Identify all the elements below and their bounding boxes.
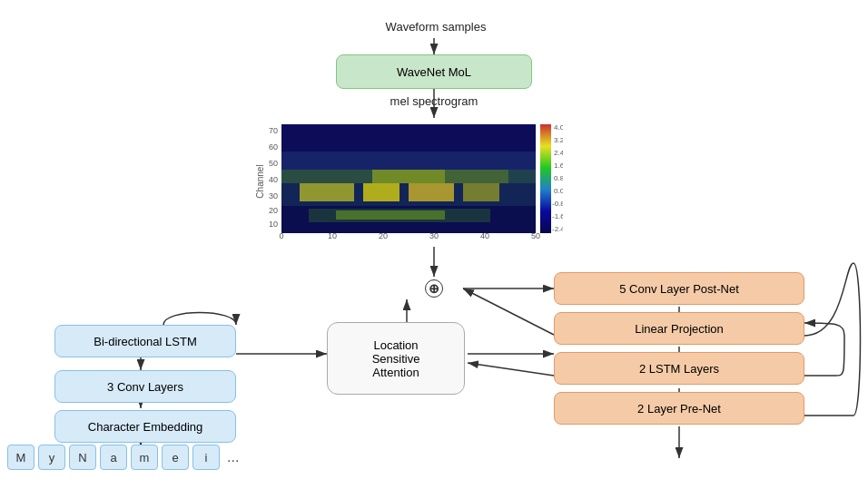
svg-text:Channel: Channel: [255, 164, 265, 198]
svg-text:0.8: 0.8: [554, 174, 563, 182]
char-m: m: [131, 445, 158, 470]
svg-rect-29: [281, 170, 372, 183]
svg-text:-2.4: -2.4: [552, 225, 563, 233]
char-i: i: [192, 445, 220, 470]
svg-text:40: 40: [269, 175, 278, 184]
ellipsis: ...: [227, 449, 239, 465]
svg-rect-36: [409, 183, 454, 201]
char-e: e: [162, 445, 189, 470]
svg-text:0: 0: [279, 231, 283, 240]
svg-rect-30: [372, 170, 445, 183]
mel-label: mel spectrogram: [336, 94, 532, 108]
svg-rect-34: [300, 183, 354, 201]
svg-line-17: [463, 289, 554, 335]
char-a: a: [100, 445, 127, 470]
svg-text:60: 60: [269, 142, 278, 152]
svg-text:-0.8: -0.8: [552, 200, 563, 208]
svg-text:20: 20: [269, 206, 278, 215]
prenet-box: 2 Layer Pre-Net: [554, 392, 804, 425]
spectrogram-svg: Channel 70 60 50 40 30 20 10: [254, 122, 563, 240]
architecture-diagram: Waveform samples WaveNet MoL mel spectro…: [0, 0, 868, 489]
conv3-box: 3 Conv Layers: [54, 370, 236, 403]
wavenet-box: WaveNet MoL: [336, 54, 532, 89]
char-M: M: [7, 445, 35, 470]
bilstm-box: Bi-directional LSTM: [54, 325, 236, 357]
svg-rect-35: [363, 183, 399, 201]
svg-rect-40: [336, 210, 445, 220]
svg-text:2.4: 2.4: [554, 149, 563, 157]
svg-rect-41: [540, 124, 551, 233]
svg-text:0.0: 0.0: [554, 187, 563, 195]
svg-text:30: 30: [429, 231, 439, 240]
char-emb-box: Character Embedding: [54, 410, 236, 443]
svg-rect-31: [445, 170, 508, 183]
svg-line-10: [468, 363, 554, 376]
svg-rect-32: [508, 170, 536, 183]
waveform-label: Waveform samples: [345, 20, 527, 34]
svg-text:20: 20: [379, 231, 388, 240]
svg-text:1.6: 1.6: [554, 161, 563, 170]
linear-proj-box: Linear Projection: [554, 312, 804, 345]
svg-text:3.2: 3.2: [554, 136, 563, 144]
attention-box: Location Sensitive Attention: [327, 322, 465, 395]
svg-text:10: 10: [328, 231, 337, 240]
char-N: N: [69, 445, 96, 470]
lstm2-box: 2 LSTM Layers: [554, 352, 804, 385]
char-boxes: M y N a m e i ...: [7, 445, 239, 470]
svg-text:50: 50: [269, 159, 278, 168]
svg-text:50: 50: [531, 231, 540, 240]
svg-text:70: 70: [269, 126, 278, 135]
svg-text:4.0: 4.0: [554, 123, 563, 132]
svg-rect-28: [281, 152, 536, 170]
char-y: y: [38, 445, 65, 470]
svg-rect-27: [281, 124, 536, 152]
svg-text:10: 10: [269, 220, 278, 229]
svg-text:40: 40: [480, 231, 489, 240]
add-circle: ⊕: [425, 279, 443, 298]
svg-rect-37: [463, 183, 499, 201]
postnet-box: 5 Conv Layer Post-Net: [554, 272, 804, 305]
svg-text:30: 30: [269, 191, 278, 200]
svg-text:-1.6: -1.6: [552, 212, 563, 220]
spectrogram: Channel 70 60 50 40 30 20 10: [254, 122, 581, 240]
